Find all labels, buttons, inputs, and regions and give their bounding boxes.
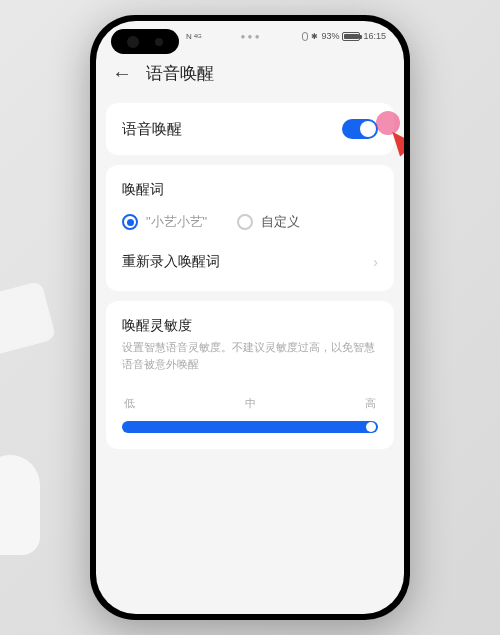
radio-label-default: "小艺小艺" xyxy=(146,213,207,231)
voice-wake-card: 语音唤醒 xyxy=(106,103,394,155)
radio-label-custom: 自定义 xyxy=(261,213,300,231)
slider-label-low: 低 xyxy=(124,396,135,411)
network-sub: 4G xyxy=(194,33,202,39)
voice-wake-toggle[interactable] xyxy=(342,119,378,139)
sensitivity-description: 设置智慧语音灵敏度。不建议灵敏度过高，以免智慧语音被意外唤醒 xyxy=(122,339,378,372)
chevron-right-icon: › xyxy=(373,254,378,270)
slider-labels: 低 中 高 xyxy=(122,396,378,411)
slider-label-mid: 中 xyxy=(245,396,256,411)
wake-word-option-custom[interactable]: 自定义 xyxy=(237,213,300,231)
status-time: 16:15 xyxy=(363,31,386,41)
wake-word-title: 唤醒词 xyxy=(122,181,378,199)
network-icon: N xyxy=(186,32,192,41)
page-title: 语音唤醒 xyxy=(146,62,214,85)
rerecord-row[interactable]: 重新录入唤醒词 › xyxy=(122,249,378,275)
screen: N 4G ● ● ● ✱ 93% 16:15 ← 语音唤醒 语音唤醒 xyxy=(96,21,404,614)
sensitivity-title: 唤醒灵敏度 xyxy=(122,317,378,335)
phone-frame: N 4G ● ● ● ✱ 93% 16:15 ← 语音唤醒 语音唤醒 xyxy=(90,15,410,620)
radio-unselected-icon xyxy=(237,214,253,230)
mic-icon xyxy=(302,32,308,41)
slider-thumb[interactable] xyxy=(366,422,376,432)
battery-icon xyxy=(342,32,360,41)
slider-label-high: 高 xyxy=(365,396,376,411)
back-button[interactable]: ← xyxy=(112,62,132,85)
header: ← 语音唤醒 xyxy=(96,51,404,95)
status-left: N 4G xyxy=(186,32,202,41)
rerecord-label: 重新录入唤醒词 xyxy=(122,253,220,271)
sensitivity-card: 唤醒灵敏度 设置智慧语音灵敏度。不建议灵敏度过高，以免智慧语音被意外唤醒 低 中… xyxy=(106,301,394,449)
radio-selected-icon xyxy=(122,214,138,230)
camera-notch xyxy=(111,29,179,54)
voice-wake-label: 语音唤醒 xyxy=(122,120,182,139)
sensitivity-slider[interactable] xyxy=(122,421,378,433)
wake-word-option-default[interactable]: "小艺小艺" xyxy=(122,213,207,231)
wake-word-card: 唤醒词 "小艺小艺" 自定义 重新录入唤醒词 › xyxy=(106,165,394,291)
status-notifications: ● ● ● xyxy=(241,32,260,41)
battery-percent: 93% xyxy=(321,31,339,41)
